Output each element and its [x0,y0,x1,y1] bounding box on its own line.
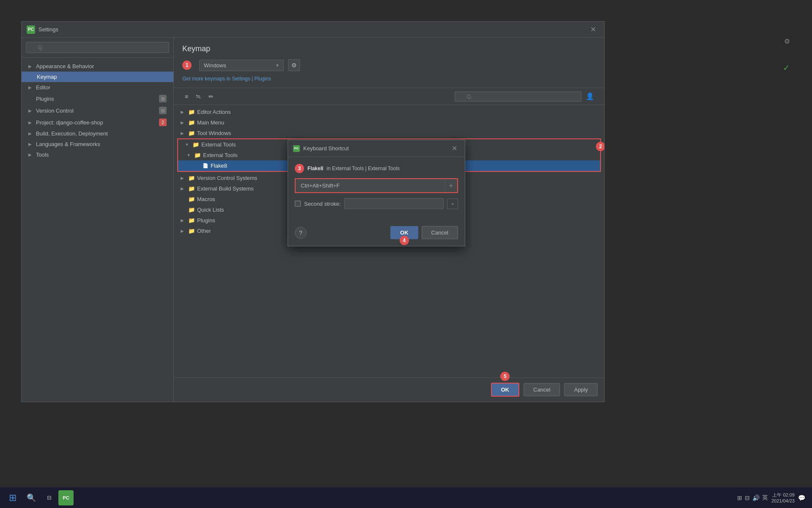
sidebar-item-label: Languages & Frameworks [36,141,167,147]
keymap-title: Keymap [182,44,596,53]
step3-info: 3 Flake8 in External Tools | External To… [295,164,400,173]
chevron-right-icon: ▶ [181,120,187,125]
sidebar-item-editor[interactable]: ▶ Editor [22,82,173,93]
tray-time: 上午 02:09 [771,492,795,498]
folder-icon: 📁 [188,185,195,192]
dialog-title-text: Keyboard Shortcut [303,145,449,152]
chevron-right-icon: ▶ [28,120,34,125]
cancel-button[interactable]: Cancel [524,383,560,396]
settings-gear-icon[interactable]: ⚙ [784,37,790,45]
sidebar-item-label: Plugins [36,96,159,102]
folder-icon: 📁 [188,119,195,126]
scheme-gear-button[interactable]: ⚙ [288,59,300,71]
tree-item-editor-actions[interactable]: ▶ 📁 Editor Actions [174,107,604,117]
sidebar-item-project[interactable]: ▶ Project: django-coffee-shop 2 [22,116,173,128]
taskbar-explorer-icon[interactable]: ⊟ [41,490,57,505]
search-wrapper: 🔍 [26,42,169,53]
apply-button[interactable]: Apply [564,383,598,396]
notification-icon[interactable]: 💬 [798,494,805,501]
second-stroke-checkbox[interactable] [295,201,301,207]
keymap-controls: 1 Windows ▼ ⚙ [182,59,596,71]
sidebar-item-tools[interactable]: ▶ Tools [22,149,173,160]
close-button[interactable]: ✕ [587,24,599,35]
sidebar-item-label: Project: django-coffee-shop [36,119,159,126]
tree-item-label: Tool Windows [197,130,598,136]
sidebar-item-label: Tools [36,152,167,158]
second-stroke-label: Second stroke: [304,201,341,207]
pycharm-icon: PC [63,495,69,500]
shortcut-search-input[interactable] [455,91,582,102]
sidebar-search-input[interactable] [26,42,169,53]
lang-icon: 英 [762,494,768,502]
keymap-select-wrapper: Windows ▼ [199,60,284,71]
taskbar-search-button[interactable]: 🔍 [24,490,39,505]
sidebar-item-plugins[interactable]: ▶ Plugins ⊡ [22,93,173,105]
expand-all-button[interactable]: ≡ [182,91,191,102]
sidebar-item-version-control[interactable]: ▶ Version Control ⊡ [22,105,173,116]
step1-badge: 1 [182,61,192,70]
folder-icon: 📁 [188,196,195,202]
sidebar-item-appearance[interactable]: ▶ Appearance & Behavior [22,61,173,72]
sidebar-item-languages[interactable]: ▶ Languages & Frameworks [22,139,173,149]
taskbar-tray: ⊞ ⊟ 🔊 英 上午 02:09 2021/04/23 💬 [737,492,809,503]
get-more-keymaps-link[interactable]: Get more keymaps in Settings | Plugins [182,76,271,82]
sidebar-item-label: Editor [36,84,167,91]
folder-icon: 📁 [188,109,195,115]
bottom-bar: 5 OK Cancel Apply [174,377,604,402]
help-button[interactable]: ? [295,227,307,239]
chevron-down-icon: ▼ [187,153,193,157]
dialog-title-bar: PC Keyboard Shortcut ✕ [288,140,465,157]
dialog-close-button[interactable]: ✕ [449,144,460,153]
second-stroke-input[interactable] [344,198,444,209]
tree-item-tool-windows[interactable]: ▶ 📁 Tool Windows [174,128,604,138]
nav-tree: ▶ Appearance & Behavior Keymap ▶ Editor … [22,58,173,402]
tree-item-main-menu[interactable]: ▶ 📁 Main Menu [174,117,604,128]
dialog-info-suffix: in External Tools | External Tools [326,166,400,171]
app-icon: PC [27,25,35,34]
sidebar-item-label: Version Control [36,108,159,114]
folder-icon: 📁 [188,130,195,136]
sidebar-search-bar: 🔍 [22,38,173,58]
chevron-right-icon: ▶ [181,176,187,180]
taskbar-pycharm-icon[interactable]: PC [58,490,74,505]
chevron-right-icon: ▶ [181,110,187,114]
keymap-header: Keymap 1 Windows ▼ ⚙ Get more keymaps in… [174,38,604,88]
user-shortcut-icon: 👤 [584,91,596,102]
chevron-right-icon: ▶ [181,229,187,233]
shortcut-input[interactable] [296,179,444,192]
sidebar-item-keymap[interactable]: Keymap [22,72,173,82]
folder-icon: 📁 [188,228,195,234]
collapse-all-button[interactable]: ≒ [193,91,203,102]
filter-button[interactable]: ✏ [206,91,216,102]
sidebar-item-build[interactable]: ▶ Build, Execution, Deployment [22,128,173,139]
dialog-cancel-button[interactable]: Cancel [422,226,458,239]
keymap-scheme-select[interactable]: Windows [199,60,284,71]
search-icon: 🔍 [27,493,36,502]
shortcut-add-button[interactable]: + [444,179,457,192]
dialog-footer: ? 4 OK Cancel [288,223,465,246]
search-shortcut-wrapper: 🔍 [455,91,582,102]
volume-icon: 🔊 [752,494,760,501]
sidebar-item-label: Appearance & Behavior [36,63,167,69]
tree-item-label: Editor Actions [197,109,598,115]
window-title: Settings [38,26,587,33]
step5-container: 5 OK [491,383,520,397]
tray-date: 2021/04/23 [771,498,795,503]
keymap-toolbar: ≡ ≒ ✏ 🔍 👤 [174,88,604,105]
sidebar: 🔍 ▶ Appearance & Behavior Keymap ▶ Edito… [22,38,174,402]
keyboard-shortcut-dialog: PC Keyboard Shortcut ✕ 3 Flake8 in Exter… [288,140,465,246]
start-button[interactable]: ⊞ [3,489,22,507]
chevron-right-icon: ▶ [28,108,34,113]
ok-button[interactable]: OK [491,383,520,397]
dialog-info-text: Flake8 [307,166,323,171]
tree-item-label: Main Menu [197,119,598,126]
chevron-right-icon: ▶ [181,218,187,223]
windows-icon: ⊞ [9,492,16,503]
title-bar: PC Settings ✕ [22,22,604,38]
stroke-add-button[interactable]: + [447,199,458,209]
chevron-down-icon: ▼ [185,142,192,147]
badge-icon: 2 [159,119,167,126]
chevron-right-icon: ▶ [28,64,34,69]
checkmark-icon: ✓ [783,63,790,73]
folder-icon: 📁 [188,207,195,213]
